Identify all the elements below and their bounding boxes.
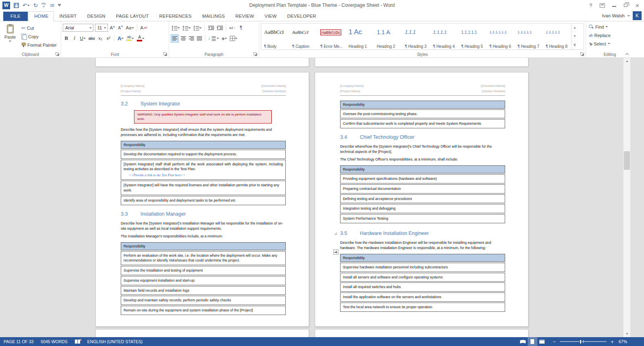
styles-scroll-up-button[interactable] <box>572 24 578 32</box>
change-case-button[interactable]: Aa <box>125 24 135 32</box>
style-heading-3[interactable]: 1.1.1¶ Heading 3 <box>402 24 430 49</box>
replace-button[interactable]: abReplace <box>588 31 632 39</box>
tab-view[interactable]: VIEW <box>259 12 282 21</box>
sort-button[interactable]: AZ↓ <box>228 24 237 32</box>
subscript-button[interactable]: x₂ <box>97 34 104 43</box>
table-cell[interactable]: Integration testing and debugging <box>340 204 505 213</box>
clipboard-dialog-launcher[interactable] <box>56 52 60 56</box>
web-layout-button[interactable] <box>537 337 547 346</box>
table-cell[interactable]: Supervise hardware installation personne… <box>340 263 505 272</box>
zoom-slider-thumb[interactable] <box>580 340 582 344</box>
table-header-cell[interactable]: Responsibility <box>121 141 286 149</box>
cut-button[interactable]: ✂Cut <box>20 24 58 32</box>
paste-button[interactable]: Paste <box>2 23 19 51</box>
bullets-button[interactable] <box>171 24 181 32</box>
table-cell[interactable]: Preparing contractual documentation <box>340 184 505 194</box>
find-button[interactable]: Find <box>588 23 632 31</box>
header-company-field[interactable]: [Company Name] <box>340 84 363 89</box>
shading-button[interactable]: ◆ <box>221 34 228 43</box>
style-heading-4[interactable]: 1.1.1.1¶ Heading 4 <box>430 24 458 49</box>
zoom-in-button[interactable]: + <box>610 339 615 344</box>
grow-font-button[interactable]: A <box>109 24 116 32</box>
font-name-combo[interactable]: Arial <box>63 24 93 32</box>
user-name[interactable]: Ivan Walsh <box>602 13 625 18</box>
paragraph[interactable]: The Installation Manager's responsibilit… <box>121 234 286 239</box>
font-size-combo[interactable]: 11 <box>95 24 108 32</box>
section-heading-3-2[interactable]: 3.2 System Integrator <box>121 101 286 107</box>
zoom-level-button[interactable]: 67% <box>619 339 627 344</box>
spelling-grammar-button[interactable]: ABC✓ <box>41 2 46 8</box>
ribbon-display-options-button[interactable] <box>597 0 608 10</box>
highlight-button[interactable]: ab <box>126 34 135 43</box>
align-left-button[interactable] <box>171 34 179 43</box>
word-count[interactable]: 5045 WORDS <box>37 337 71 346</box>
tab-insert[interactable]: INSERT <box>54 12 82 21</box>
tab-design[interactable]: DESIGN <box>82 12 111 21</box>
table-cell[interactable]: Develop the documentation required to su… <box>121 150 286 159</box>
print-layout-button[interactable] <box>528 337 537 346</box>
strikethrough-button[interactable]: abc <box>87 34 96 43</box>
table-cell[interactable]: Install all servers and software and con… <box>340 273 505 282</box>
vertical-scrollbar[interactable] <box>623 58 630 337</box>
bold-button[interactable]: B <box>63 34 70 43</box>
header-project-field[interactable]: [Project Name] <box>340 89 363 94</box>
table-cell[interactable]: Install all required switches and hubs <box>340 282 505 292</box>
style-heading-5[interactable]: 1.1.1.1.1¶ Heading 5 <box>458 24 487 49</box>
select-button[interactable]: Select <box>588 39 632 48</box>
redo-button[interactable]: ↻ <box>33 3 38 8</box>
underline-button[interactable]: U <box>79 34 87 43</box>
read-mode-button[interactable] <box>518 337 528 346</box>
tab-references[interactable]: REFERENCES <box>154 12 197 21</box>
style-body[interactable]: AaBbCcI¶ Body <box>261 24 289 49</box>
table-cell[interactable]: Develop and maintain safety records; per… <box>121 296 286 305</box>
paragraph[interactable]: Describe how the [System Integrator]'s I… <box>121 221 286 231</box>
section-heading-3-3[interactable]: 3.3 Installation Manager <box>121 211 286 217</box>
header-version-field[interactable]: [Version Number] <box>481 89 505 94</box>
justify-button[interactable] <box>196 34 203 43</box>
table-move-handle[interactable] <box>333 249 339 255</box>
zoom-out-button[interactable]: − <box>552 339 557 344</box>
scrollbar-thumb[interactable] <box>624 151 630 170</box>
collapse-ribbon-button[interactable] <box>625 52 629 56</box>
paragraph-dialog-launcher[interactable] <box>254 52 258 56</box>
align-center-button[interactable] <box>180 34 187 43</box>
close-button[interactable]: × <box>632 0 643 10</box>
account-area[interactable]: Ivan Walsh K <box>602 11 642 20</box>
styles-dialog-launcher[interactable] <box>580 52 584 56</box>
italic-button[interactable]: I <box>71 34 78 43</box>
language-indicator[interactable]: ENGLISH (UNITED STATES) <box>84 337 146 346</box>
tab-file[interactable]: FILE <box>3 12 28 21</box>
decrease-indent-button[interactable] <box>207 24 215 32</box>
styles-scroll-down-button[interactable] <box>572 32 578 41</box>
table-cell[interactable]: Supervise the installation and testing o… <box>121 266 286 275</box>
table-cell[interactable]: Confirm that subcontractor work is compl… <box>340 119 505 128</box>
table-header-cell[interactable]: Responsibility <box>340 101 505 109</box>
header-version-field[interactable]: [Version Number] <box>262 89 286 94</box>
numbering-button[interactable] <box>182 24 192 32</box>
paragraph[interactable]: Describe where/how the [System Integrato… <box>340 144 505 154</box>
style-heading-8[interactable]: 1.1.1.1.1¶ Heading 8 <box>543 24 571 49</box>
help-button[interactable]: ? <box>585 0 597 10</box>
table-header-cell[interactable]: Responsibility <box>340 254 505 262</box>
table-cell[interactable]: Defining testing and acceptance procedur… <box>340 194 505 204</box>
font-dialog-launcher[interactable] <box>163 52 167 56</box>
table-cell[interactable]: [System Integrator] will have the requir… <box>121 181 286 195</box>
warning-box[interactable]: WARNING: Only qualified System Integrato… <box>134 110 272 124</box>
minimize-button[interactable] <box>608 0 620 10</box>
table-cell[interactable]: Test the local area network to ensure it… <box>340 303 505 312</box>
table-cell[interactable]: Identify area of responsibility and depl… <box>121 196 286 205</box>
customize-qat-button[interactable] <box>58 4 61 6</box>
borders-button[interactable] <box>229 34 239 43</box>
email-button[interactable]: ✉ <box>50 3 54 8</box>
save-button[interactable] <box>14 3 19 8</box>
section-heading-3-5[interactable]: 3.5 Hardware Installation Engineer <box>340 231 505 237</box>
proofing-status-button[interactable] <box>71 337 84 346</box>
style-error-message[interactable]: AaBbCcDc¶ Error Me... <box>318 24 346 49</box>
multilevel-list-button[interactable] <box>192 24 202 32</box>
tab-review[interactable]: REVIEW <box>230 12 260 21</box>
table-header-cell[interactable]: Responsibility <box>340 165 505 173</box>
tab-home[interactable]: HOME <box>29 11 54 21</box>
style-caption[interactable]: AaBbCcI¶ Caption <box>289 24 318 49</box>
tab-developer[interactable]: DEVELOPER <box>282 12 321 21</box>
restore-button[interactable] <box>620 0 632 10</box>
